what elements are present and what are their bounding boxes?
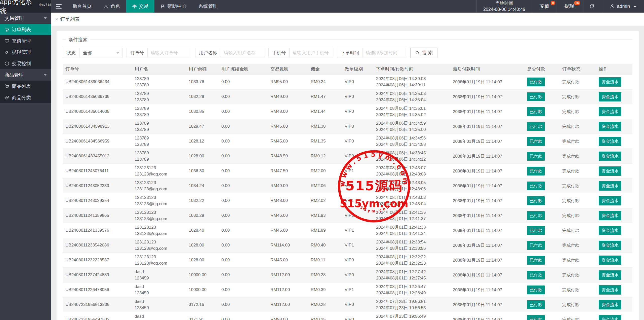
- nav-item-help-center[interactable]: 帮助中心: [154, 0, 192, 13]
- paid-badge[interactable]: 已付款: [527, 167, 545, 175]
- created-time: 2024年08月01日 12:43:07: [376, 165, 450, 171]
- paid-badge[interactable]: 已付款: [527, 137, 545, 146]
- column-header: 用户余额: [186, 64, 219, 74]
- user-menu[interactable]: admin: [602, 0, 644, 13]
- paid-badge[interactable]: 已付款: [527, 92, 545, 101]
- order-time-input[interactable]: [363, 48, 406, 58]
- paid-badge[interactable]: 已付款: [527, 78, 545, 86]
- top-nav: 后台首页 角色 交易 帮助中心 系统管理: [66, 0, 224, 13]
- user-account: 123789: [135, 82, 186, 88]
- created-time: 2024年08月01日 12:27:42: [376, 269, 450, 275]
- withdraw-link[interactable]: 提现 16: [557, 0, 582, 13]
- frozen-amount-cell: 0.00: [219, 154, 268, 159]
- user-cell: 123123123 123123@qq.com: [132, 224, 186, 237]
- paid-badge[interactable]: 已付款: [527, 107, 545, 116]
- user-name-input[interactable]: [221, 48, 264, 58]
- sidebar-item-withdraw-management[interactable]: 提现管理: [0, 47, 51, 58]
- fund-flow-button[interactable]: 资金流水: [599, 300, 621, 309]
- frozen-amount-cell: 0.00: [219, 124, 268, 129]
- user-name: dasd: [135, 283, 186, 290]
- person-icon: [104, 4, 108, 9]
- vip-level-cell: VIP0: [342, 109, 374, 114]
- paid-badge[interactable]: 已付款: [527, 315, 545, 320]
- action-cell: 资金流水: [596, 137, 632, 146]
- paid-badge[interactable]: 已付款: [527, 286, 545, 294]
- status-filter-group: 状态 全部: [63, 48, 123, 58]
- created-time: 2024年08月01日 12:43:03: [376, 194, 450, 201]
- content-card: 条件搜索 状态 全部 订单号 用户名称 手机号: [57, 31, 639, 320]
- fund-flow-button[interactable]: 资金流水: [599, 92, 621, 101]
- sidebar-item-product-list[interactable]: 商品列表: [0, 81, 51, 92]
- paid-badge[interactable]: 已付款: [527, 226, 545, 235]
- order-no-input[interactable]: [148, 48, 191, 58]
- search-button[interactable]: 搜 索: [410, 48, 437, 58]
- fund-flow-button[interactable]: 资金流水: [599, 152, 621, 161]
- user-account: 123123@qq.com: [135, 201, 186, 207]
- sidebar-item-product-category[interactable]: 商品分类: [0, 92, 51, 103]
- is-paid-cell: 已付款: [525, 286, 560, 294]
- sidebar-group-product-management[interactable]: 商品管理: [0, 69, 51, 81]
- table-row: UB2407231956513309 dasd 123459 3172.16 0…: [63, 297, 632, 312]
- paid-badge[interactable]: 已付款: [527, 182, 545, 190]
- phone-input[interactable]: [290, 48, 333, 58]
- fund-flow-button[interactable]: 资金流水: [599, 77, 621, 87]
- user-name: 123789: [135, 105, 186, 112]
- fund-flow-button[interactable]: 资金流水: [599, 256, 621, 265]
- sidebar-item-recharge-management[interactable]: 充值管理: [0, 35, 51, 47]
- table-row: UB2408011233542086 123123123 123123@qq.c…: [63, 238, 632, 253]
- user-name: 123789: [135, 135, 186, 141]
- collapse-menu-button[interactable]: [51, 0, 66, 13]
- paid-badge[interactable]: 已付款: [527, 196, 545, 205]
- nav-item-dashboard[interactable]: 后台首页: [66, 0, 98, 13]
- last-pay-time-cell: 2038年01月19日 11:14:07: [450, 79, 525, 85]
- fund-flow-button[interactable]: 资金流水: [599, 181, 621, 191]
- paid-badge[interactable]: 已付款: [527, 271, 545, 279]
- paid-badge[interactable]: 已付款: [527, 122, 545, 131]
- paid-badge[interactable]: 已付款: [527, 241, 545, 250]
- order-no-label: 订单号: [127, 48, 148, 58]
- is-paid-cell: 已付款: [525, 122, 560, 131]
- sidebar-item-order-list[interactable]: 订单列表: [0, 24, 51, 35]
- vip-level-cell: VIP0: [342, 272, 374, 277]
- sidebar: 交易管理 订单列表 充值管理 提现管理 交易控制 商品管理 商品列表 商品分类: [0, 13, 51, 320]
- status-select[interactable]: 全部: [79, 48, 122, 58]
- fund-flow-button[interactable]: 资金流水: [599, 107, 621, 116]
- fund-flow-button[interactable]: 资金流水: [599, 315, 621, 320]
- refresh-button[interactable]: [582, 0, 602, 13]
- order-no-cell: UB2408061439036434: [63, 79, 132, 84]
- paid-time: 2024年08月06日 14:35:00: [376, 126, 450, 133]
- nav-item-trade[interactable]: 交易: [126, 0, 154, 13]
- fund-flow-button[interactable]: 资金流水: [599, 270, 621, 280]
- table-row: UB2408011226478056 dasd 123459 10000.00 …: [63, 282, 632, 297]
- fund-flow-button[interactable]: 资金流水: [599, 166, 621, 176]
- person-icon: [610, 4, 615, 9]
- nav-item-system-management[interactable]: 系统管理: [192, 0, 224, 13]
- paid-badge[interactable]: 已付款: [527, 256, 545, 265]
- fund-flow-button[interactable]: 资金流水: [599, 122, 621, 131]
- nav-item-roles[interactable]: 角色: [98, 0, 126, 13]
- fund-flow-button[interactable]: 资金流水: [599, 241, 621, 250]
- fund-flow-button[interactable]: 资金流水: [599, 137, 621, 146]
- fund-flow-button[interactable]: 资金流水: [599, 211, 621, 220]
- recharge-link[interactable]: 充值 0: [532, 0, 557, 13]
- user-name: 123123123: [135, 224, 186, 230]
- paid-badge[interactable]: 已付款: [527, 300, 545, 309]
- user-account: 123789: [135, 126, 186, 133]
- order-no-cell: UB2408011241359865: [63, 213, 132, 218]
- order-time-cell: 2024年08月01日 12:26:47 2024年08月01日 12:26:4…: [374, 283, 450, 296]
- trade-amount-cell: RM45.00: [268, 258, 308, 263]
- paid-badge[interactable]: 已付款: [527, 211, 545, 220]
- created-time: 2024年08月01日 12:26:47: [376, 283, 450, 290]
- sidebar-item-trade-control[interactable]: 交易控制: [0, 58, 51, 69]
- vip-level-cell: VIP0: [342, 302, 374, 307]
- fund-flow-button[interactable]: 资金流水: [599, 285, 621, 295]
- fund-flow-button[interactable]: 资金流水: [599, 226, 621, 235]
- frozen-amount-cell: 0.00: [219, 272, 268, 277]
- user-cell: 123789 123789: [132, 105, 186, 118]
- paid-badge[interactable]: 已付款: [527, 152, 545, 161]
- fund-flow-button[interactable]: 资金流水: [599, 196, 621, 205]
- commission-cell: RM0.40: [308, 243, 342, 248]
- order-no-cell: UB2408011241339576: [63, 228, 132, 233]
- last-pay-time-cell: 2038年01月19日 11:14:07: [450, 242, 525, 248]
- order-no-cell: UB2407231956497532: [63, 317, 132, 320]
